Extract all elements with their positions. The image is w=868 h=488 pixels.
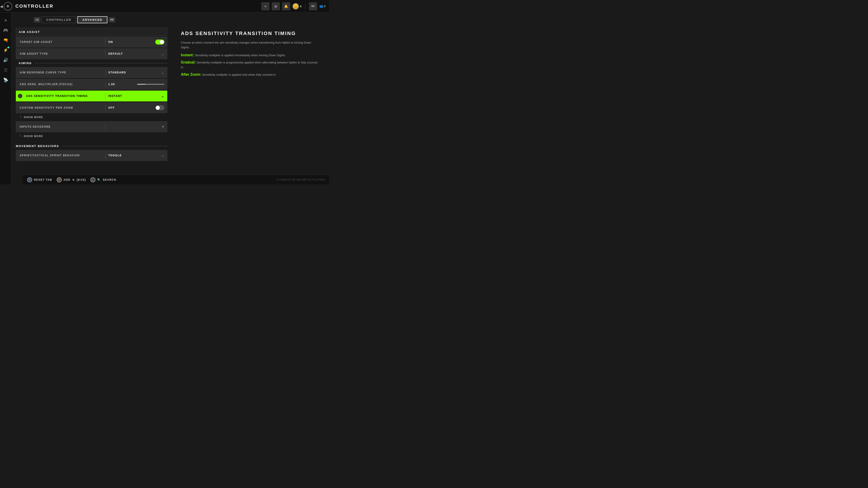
main-content: LB CONTROLLER ADVANCED RB AIM ASSIST TAR… xyxy=(11,13,329,184)
y-button-icon: Y xyxy=(57,177,62,182)
players-display: 👥 8 xyxy=(319,4,326,8)
target-aim-assist-row[interactable]: TARGET AIM ASSIST ON xyxy=(16,37,167,47)
controller-icon: 🎮 xyxy=(3,28,8,33)
menu-icon: ≡ xyxy=(265,4,266,8)
custom-sensitivity-row[interactable]: CUSTOM SENSITIVITY PER ZOOM OFF xyxy=(16,102,167,113)
players-count: 8 xyxy=(324,4,326,8)
aim-assist-type-row[interactable]: AIM ASSIST TYPE DEFAULT ⌄ xyxy=(16,48,167,59)
show-more-aiming[interactable]: └ SHOW MORE xyxy=(16,114,167,121)
aim-assist-type-value: DEFAULT xyxy=(108,52,161,55)
version-text: 9.4.13031291 [39:228:1465+11] Tmc [7000] xyxy=(276,178,324,181)
ads-sensitivity-timing-value-container: INSTANT ⌄ xyxy=(108,94,167,98)
target-aim-assist-value: ON xyxy=(108,40,155,43)
tab-advanced-label: ADVANCED xyxy=(82,18,102,22)
search-label: SEARCH xyxy=(103,178,116,182)
interface-icon: ☰ xyxy=(4,68,7,72)
ads-sens-multiplier-label: ADS SENS. MULTIPLIER (FOCUS) xyxy=(16,83,103,86)
rb-button[interactable]: RB xyxy=(109,18,115,22)
ads-sensitivity-timing-row[interactable]: A ADS SENSITIVITY TRANSITION TIMING INST… xyxy=(16,91,167,101)
ads-sens-multiplier-row[interactable]: ADS SENS. MULTIPLIER (FOCUS) 1.00 xyxy=(16,79,167,90)
sidebar-item-weapons[interactable]: 🔫 xyxy=(2,36,10,44)
chevron-down-icon: ⌄ xyxy=(161,70,164,75)
weapons-icon: 🔫 xyxy=(3,38,8,43)
audio-icon: 🔊 xyxy=(3,58,8,63)
b-button-label: B xyxy=(7,4,9,8)
lb-button[interactable]: LB xyxy=(34,18,40,22)
aim-assist-section-header: AIM ASSIST xyxy=(16,28,167,36)
reset-tab-label: RESET TAB xyxy=(34,178,52,182)
chevron-down-icon: ⌄ xyxy=(161,153,164,158)
ads-sensitivity-timing-label: ADS SENSITIVITY TRANSITION TIMING xyxy=(22,94,103,98)
sidebar-item-interface[interactable]: ☰ xyxy=(2,66,10,74)
aiming-line xyxy=(35,63,167,63)
rs-icon-btn[interactable]: RS xyxy=(309,2,317,10)
reset-tab-button[interactable]: ✕ RESET TAB xyxy=(27,177,52,182)
grid-icon: ⊞ xyxy=(274,4,277,8)
after-zoom-desc: Sensitivity multiplier is applied only w… xyxy=(202,73,276,76)
rb-label: RB xyxy=(110,19,114,21)
sidebar-item-controller[interactable]: 🎮 xyxy=(2,26,10,34)
instant-label: Instant: xyxy=(181,53,194,57)
aim-response-curve-value: STANDARD xyxy=(108,71,161,74)
sprint-behavior-row[interactable]: SPRINT/TACTICAL SPRINT BEHAVIOR TOGGLE ⌄ xyxy=(16,150,167,161)
tab-advanced[interactable]: ADVANCED xyxy=(77,16,107,23)
movement-section-header: MOVEMENT BEHAVIORS xyxy=(16,143,167,149)
settings-panel: AIM ASSIST TARGET AIM ASSIST ON AIM ASSI… xyxy=(16,26,169,184)
sidebar-item-audio[interactable]: 🔊 xyxy=(2,56,10,64)
custom-sensitivity-value: OFF xyxy=(108,106,155,109)
target-aim-assist-toggle[interactable] xyxy=(155,39,164,44)
target-aim-assist-label: TARGET AIM ASSIST xyxy=(16,40,103,43)
search-button[interactable]: ○ 🔍 SEARCH xyxy=(90,177,116,182)
aim-response-curve-row[interactable]: AIM RESPONSE CURVE TYPE STANDARD ⌄ xyxy=(16,67,167,78)
show-more-icon-2: └ xyxy=(20,134,22,138)
aim-response-curve-label: AIM RESPONSE CURVE TYPE xyxy=(16,71,103,74)
lb-label: LB xyxy=(35,19,38,21)
show-more-icon: └ xyxy=(20,116,22,119)
target-aim-assist-value-container: ON xyxy=(108,39,167,44)
star-icon: ★ xyxy=(4,18,7,23)
aiming-label: AIMING xyxy=(16,60,35,66)
slider-track[interactable] xyxy=(137,84,164,85)
footer: ✕ RESET TAB Y ADD ★ [8/15] ○ 🔍 SEARCH 9.… xyxy=(23,175,329,184)
add-label: ADD xyxy=(64,178,70,182)
toggle-knob xyxy=(160,40,164,44)
info-title: ADS SENSITIVITY TRANSITION TIMING xyxy=(181,31,320,36)
plus-icon[interactable]: + xyxy=(162,124,164,129)
bell-icon-btn[interactable]: 🔔 xyxy=(282,2,290,10)
sidebar-item-network[interactable]: 📡 xyxy=(2,76,10,84)
a-label: A xyxy=(19,95,21,97)
info-gradual-section: Gradual: Sensitivity multiplier is progr… xyxy=(181,60,320,70)
coin-icon xyxy=(292,3,299,9)
custom-sensitivity-value-container: OFF xyxy=(108,105,167,110)
aim-assist-type-value-container: DEFAULT ⌄ xyxy=(108,51,167,56)
back-arrow-icon: ◀ xyxy=(0,4,3,8)
inputs-deadzone-row[interactable]: INPUTS DEADZONE + xyxy=(16,121,167,132)
info-panel: ADS SENSITIVITY TRANSITION TIMING Choose… xyxy=(174,26,324,184)
ads-sens-multiplier-value-container: 1.00 xyxy=(108,83,167,86)
bell-icon: 🔔 xyxy=(284,4,288,8)
tab-controller-label: CONTROLLER xyxy=(46,18,71,22)
info-instant-section: Instant: Sensitivity multiplier is appli… xyxy=(181,53,320,58)
sprint-behavior-value-container: TOGGLE ⌄ xyxy=(108,153,167,158)
sidebar-item-favorites[interactable]: ★ xyxy=(2,16,10,24)
slider-fill xyxy=(137,84,145,85)
slider-container[interactable]: 1.00 xyxy=(108,83,164,86)
header-icons: ≡ ⊞ 🔔 4 RS 👥 8 xyxy=(261,2,326,10)
sidebar-item-performance[interactable]: ⚡ xyxy=(2,46,10,54)
star-icon: ★ xyxy=(72,178,75,182)
add-button[interactable]: Y ADD ★ [8/15] xyxy=(57,177,86,182)
currency-value: 4 xyxy=(300,4,302,8)
custom-sensitivity-toggle[interactable] xyxy=(155,105,164,110)
sprint-behavior-value: TOGGLE xyxy=(108,154,161,157)
gradual-desc: Sensitivity multiplier is progressively … xyxy=(181,61,317,69)
grid-icon-btn[interactable]: ⊞ xyxy=(272,2,280,10)
page-title: CONTROLLER xyxy=(16,4,261,9)
show-more-deadzone[interactable]: └ SHOW MORE xyxy=(16,133,167,139)
aiming-section-header: AIMING xyxy=(16,60,167,66)
after-zoom-label: After Zoom: xyxy=(181,72,202,76)
ads-sens-value: 1.00 xyxy=(108,83,135,86)
back-button[interactable]: ◀ B xyxy=(4,2,12,11)
menu-icon-btn[interactable]: ≡ xyxy=(261,2,270,10)
info-after-zoom-section: After Zoom: Sensitivity multiplier is ap… xyxy=(181,72,320,77)
tab-controller[interactable]: CONTROLLER xyxy=(41,17,76,23)
